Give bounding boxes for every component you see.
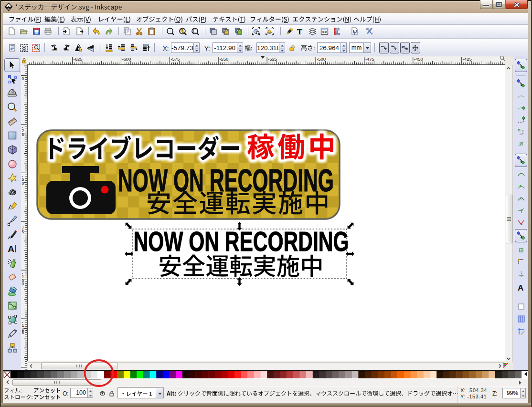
svg-text:-500: -500	[317, 56, 326, 62]
svg-text:0: 0	[22, 282, 24, 286]
svg-text:5: 5	[22, 132, 24, 137]
svg-text:<>: <>	[322, 30, 327, 34]
svg-text:-625: -625	[74, 56, 83, 62]
svg-text:0: 0	[22, 76, 24, 81]
svg-text:-575: -575	[170, 56, 180, 62]
svg-text:NOW ON RECORDING: NOW ON RECORDING	[118, 163, 334, 198]
svg-text:A: A	[8, 244, 14, 254]
svg-text:-525: -525	[268, 56, 277, 62]
svg-text:5: 5	[22, 230, 24, 234]
svg-text:-475: -475	[365, 56, 374, 62]
svg-text:0: 0	[22, 181, 24, 186]
svg-text:5: 5	[22, 330, 24, 335]
svg-text:-450: -450	[414, 56, 423, 62]
svg-text:NOW ON RECORDING: NOW ON RECORDING	[134, 226, 349, 257]
svg-text:T: T	[297, 27, 303, 35]
svg-text:-550: -550	[219, 56, 228, 62]
svg-text:-425: -425	[463, 56, 472, 62]
svg-text:-600: -600	[122, 56, 131, 62]
